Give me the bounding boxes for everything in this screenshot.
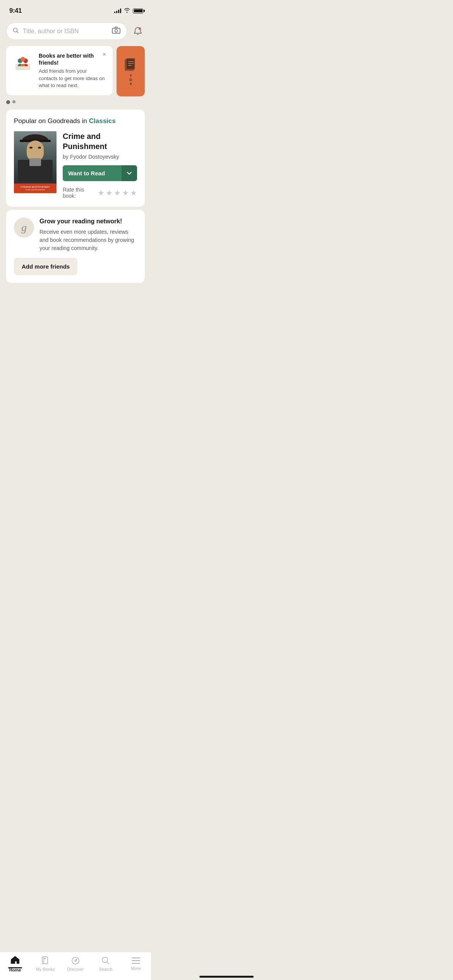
signal-icon — [114, 9, 121, 13]
book-row: FYODOR DOSTOYEVSKY Crime and Punishment … — [14, 131, 137, 199]
star-2[interactable]: ★ — [106, 188, 113, 197]
popular-section-card: Popular on Goodreads in Classics — [6, 110, 145, 207]
network-text: Grow your reading network! Receive even … — [39, 218, 137, 252]
book-title: Crime and Punishment — [63, 131, 137, 151]
network-description: Receive even more updates, reviews and b… — [39, 228, 137, 252]
star-5[interactable]: ★ — [130, 188, 137, 197]
star-1[interactable]: ★ — [98, 188, 105, 197]
svg-point-3 — [139, 27, 141, 30]
carousel-dots — [0, 96, 151, 106]
section-heading: Popular on Goodreads in Classics — [14, 117, 137, 125]
banner-carousel: Books are better with friends! Add frien… — [0, 45, 151, 96]
search-icon — [13, 27, 19, 35]
add-friends-button[interactable]: Add more friends — [14, 258, 77, 275]
status-time: 9:41 — [9, 7, 22, 15]
battery-icon — [133, 9, 143, 14]
want-to-read-main-button[interactable]: Want to Read — [63, 165, 122, 181]
wifi-icon — [124, 8, 130, 14]
want-to-read-dropdown-button[interactable] — [122, 165, 137, 181]
search-placeholder-text: Title, author or ISBN — [23, 28, 108, 35]
banner-title: Books are better with friends! — [39, 52, 106, 66]
search-area: Title, author or ISBN — [0, 19, 151, 45]
network-card: g Grow your reading network! Receive eve… — [6, 210, 145, 283]
star-3[interactable]: ★ — [114, 188, 121, 197]
rate-row: Rate this book: ★ ★ ★ ★ ★ — [63, 187, 137, 199]
friends-banner-card[interactable]: Books are better with friends! Add frien… — [6, 46, 113, 95]
banner-description: Add friends from your contacts to get mo… — [39, 68, 106, 89]
g-avatar: g — [14, 218, 34, 238]
friends-icon — [12, 52, 33, 73]
dot-1 — [6, 100, 10, 104]
book-cover[interactable]: FYODOR DOSTOYEVSKY Crime and Punishment — [14, 131, 57, 193]
status-icons — [114, 8, 143, 14]
svg-point-7 — [21, 57, 25, 62]
book-author: by Fyodor Dostoyevsky — [63, 154, 137, 160]
genre-label: Classics — [89, 117, 116, 125]
want-to-read-button-group[interactable]: Want to Read — [63, 165, 137, 181]
notification-button[interactable] — [131, 24, 145, 38]
star-rating[interactable]: ★ ★ ★ ★ ★ — [98, 188, 137, 197]
banner-text: Books are better with friends! Add frien… — [39, 52, 106, 89]
dot-2 — [12, 100, 15, 103]
status-bar: 9:41 — [0, 0, 151, 19]
network-top-section: g Grow your reading network! Receive eve… — [14, 218, 137, 252]
search-bar[interactable]: Title, author or ISBN — [6, 22, 127, 40]
svg-rect-1 — [112, 28, 120, 33]
star-4[interactable]: ★ — [122, 188, 129, 197]
rate-label: Rate this book: — [63, 187, 95, 199]
camera-icon[interactable] — [112, 27, 120, 36]
network-title: Grow your reading network! — [39, 218, 137, 226]
orange-promo-card[interactable]: TDa — [117, 46, 145, 96]
banner-close-button[interactable]: × — [100, 50, 109, 59]
svg-point-2 — [115, 29, 118, 32]
book-info: Crime and Punishment by Fyodor Dostoyevs… — [63, 131, 137, 199]
